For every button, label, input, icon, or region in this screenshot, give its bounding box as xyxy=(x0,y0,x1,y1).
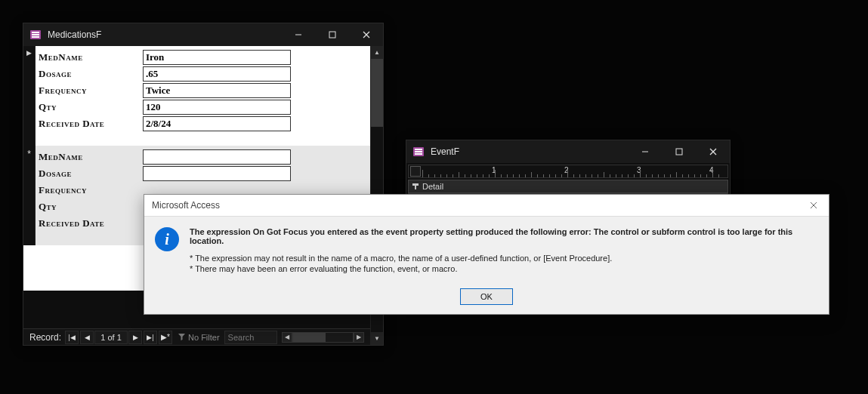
filter-toggle[interactable]: No Filter xyxy=(178,333,220,342)
dialog-bullet-1: * The expression may not result in the n… xyxy=(190,253,818,263)
svg-rect-13 xyxy=(676,149,682,155)
medname-field-new[interactable] xyxy=(143,149,291,165)
record-position[interactable]: 1 of 1 xyxy=(94,331,128,344)
svg-rect-10 xyxy=(415,151,422,152)
dialog-close-button[interactable] xyxy=(798,195,829,216)
svg-rect-11 xyxy=(415,153,422,155)
record-selector-current[interactable]: ▶ xyxy=(23,46,36,146)
close-button[interactable] xyxy=(696,140,730,163)
maximize-button[interactable] xyxy=(315,23,349,46)
frequency-label: Frequency xyxy=(37,85,143,97)
record-current: ▶ MedName Dosage Frequency xyxy=(23,46,370,146)
dosage-field[interactable] xyxy=(143,66,291,82)
detail-section-header[interactable]: Detail xyxy=(408,180,728,193)
svg-rect-9 xyxy=(415,149,422,150)
minimize-button[interactable] xyxy=(281,23,315,46)
nav-next-button[interactable]: ▶ xyxy=(128,331,142,344)
vscroll-down-button[interactable]: ▼ xyxy=(371,332,383,345)
ruler-selector-box[interactable] xyxy=(410,166,421,177)
qty-label: Qty xyxy=(37,101,143,113)
dosage-field-new[interactable] xyxy=(143,166,291,181)
info-icon: i xyxy=(155,227,179,251)
medname-label-new: MedName xyxy=(37,151,143,163)
svg-rect-3 xyxy=(32,36,39,38)
frequency-field[interactable] xyxy=(143,83,291,98)
received-date-label-new: Received Date xyxy=(37,217,143,229)
received-date-field[interactable] xyxy=(143,116,291,131)
eventf-titlebar[interactable]: EventF xyxy=(406,140,730,163)
nav-search-input[interactable] xyxy=(224,331,277,344)
record-navigation-bar: Record: |◀ ◀ 1 of 1 ▶ ▶| ▶* No Filter ◀ … xyxy=(23,328,370,345)
svg-rect-1 xyxy=(32,32,39,33)
qty-field[interactable] xyxy=(143,100,291,115)
ok-button[interactable]: OK xyxy=(460,288,513,305)
medname-label: MedName xyxy=(37,51,143,63)
ruler-ticks: 1 2 3 4 xyxy=(422,165,727,177)
close-button[interactable] xyxy=(349,23,383,46)
section-band-icon xyxy=(412,183,419,190)
svg-rect-5 xyxy=(329,32,335,38)
access-form-icon xyxy=(29,29,42,41)
hscroll-right-button[interactable]: ▶ xyxy=(354,332,364,343)
nav-new-button[interactable]: ▶* xyxy=(159,331,172,344)
svg-rect-2 xyxy=(32,34,39,35)
design-ruler[interactable]: 1 2 3 4 xyxy=(408,165,728,178)
nav-first-button[interactable]: |◀ xyxy=(65,331,79,344)
horizontal-scrollbar[interactable]: ◀ ▶ xyxy=(282,334,364,341)
dosage-label-new: Dosage xyxy=(37,168,143,180)
vscroll-up-button[interactable]: ▲ xyxy=(371,46,383,59)
filter-label: No Filter xyxy=(188,333,220,342)
medications-titlebar[interactable]: MedicationsF xyxy=(23,23,383,46)
record-selector-new[interactable]: * xyxy=(23,146,36,245)
dosage-label: Dosage xyxy=(37,68,143,80)
maximize-button[interactable] xyxy=(662,140,696,163)
nav-last-button[interactable]: ▶| xyxy=(144,331,157,344)
minimize-button[interactable] xyxy=(628,140,662,163)
dialog-bullet-2: * There may have been an error evaluatin… xyxy=(190,263,818,274)
detail-section-label: Detail xyxy=(422,182,443,191)
medname-field[interactable] xyxy=(143,50,291,65)
received-date-label: Received Date xyxy=(37,118,143,130)
record-nav-label: Record: xyxy=(29,332,61,343)
eventf-title: EventF xyxy=(431,146,628,157)
error-dialog: Microsoft Access i The expression On Got… xyxy=(144,194,829,315)
vscroll-thumb[interactable] xyxy=(371,59,383,127)
hscroll-left-button[interactable]: ◀ xyxy=(282,332,292,343)
dialog-title[interactable]: Microsoft Access xyxy=(144,195,798,216)
medications-title: MedicationsF xyxy=(48,29,281,40)
frequency-label-new: Frequency xyxy=(37,184,143,196)
access-form-icon xyxy=(412,146,425,158)
nav-prev-button[interactable]: ◀ xyxy=(80,331,94,344)
qty-label-new: Qty xyxy=(37,201,143,213)
dialog-main-text: The expression On Got Focus you entered … xyxy=(190,227,818,245)
